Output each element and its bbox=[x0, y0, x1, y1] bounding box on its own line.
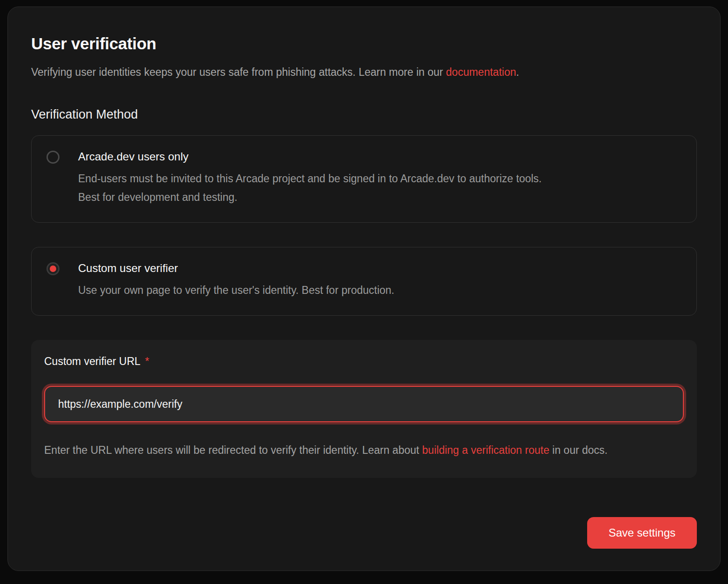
section-heading-verification-method: Verification Method bbox=[31, 107, 697, 122]
option-arcade-users-only[interactable]: Arcade.dev users only End-users must be … bbox=[31, 135, 697, 223]
radio-dot bbox=[50, 265, 56, 272]
option-body: Arcade.dev users only End-users must be … bbox=[78, 150, 542, 206]
option-description: Use your own page to verify the user's i… bbox=[78, 281, 394, 299]
option-description-line: Use your own page to verify the user's i… bbox=[78, 281, 394, 299]
option-description-line: Best for development and testing. bbox=[78, 188, 542, 206]
intro-text-before: Verifying user identities keeps your use… bbox=[31, 66, 446, 78]
intro-text: Verifying user identities keeps your use… bbox=[31, 65, 697, 79]
radio-selected-icon[interactable] bbox=[46, 262, 60, 275]
user-verification-panel: User verification Verifying user identit… bbox=[7, 7, 721, 571]
option-body: Custom user verifier Use your own page t… bbox=[78, 261, 394, 299]
helper-text-before: Enter the URL where users will be redire… bbox=[44, 444, 422, 456]
radio-unselected-icon[interactable] bbox=[46, 151, 60, 164]
option-description: End-users must be invited to this Arcade… bbox=[78, 169, 542, 206]
save-settings-button[interactable]: Save settings bbox=[587, 517, 697, 549]
custom-verifier-url-section: Custom verifier URL* Enter the URL where… bbox=[31, 340, 697, 478]
custom-verifier-url-label: Custom verifier URL* bbox=[44, 355, 684, 368]
intro-text-suffix: . bbox=[516, 66, 519, 78]
option-custom-user-verifier[interactable]: Custom user verifier Use your own page t… bbox=[31, 247, 697, 316]
url-helper-text: Enter the URL where users will be redire… bbox=[44, 441, 676, 459]
actions-row: Save settings bbox=[31, 517, 697, 549]
helper-text-suffix: in our docs. bbox=[549, 444, 608, 456]
page-title: User verification bbox=[31, 34, 697, 53]
custom-verifier-url-input[interactable] bbox=[44, 386, 684, 422]
option-description-line: End-users must be invited to this Arcade… bbox=[78, 169, 542, 188]
documentation-link[interactable]: documentation bbox=[446, 66, 516, 78]
option-title: Custom user verifier bbox=[78, 261, 394, 275]
option-title: Arcade.dev users only bbox=[78, 150, 542, 164]
required-asterisk: * bbox=[145, 355, 149, 367]
field-label-text: Custom verifier URL bbox=[44, 355, 140, 367]
page: User verification Verifying user identit… bbox=[0, 0, 728, 584]
verification-route-docs-link[interactable]: building a verification route bbox=[422, 444, 549, 456]
